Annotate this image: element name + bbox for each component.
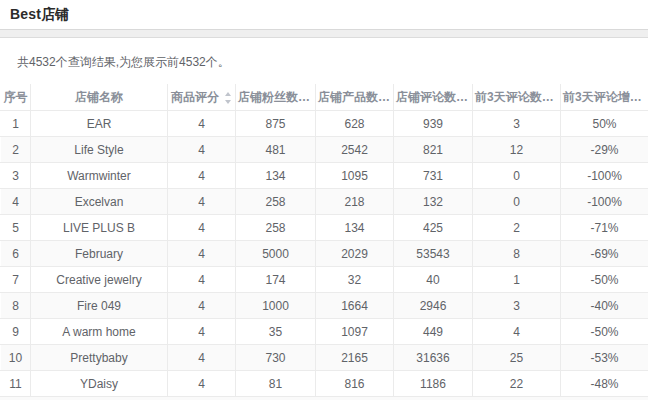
section-divider: [0, 30, 648, 38]
table-row: 8Fire 04941000166429463-40%: [1, 293, 648, 319]
column-label: 前3天评论数量: [475, 90, 554, 104]
cell-product-rating: 4: [168, 111, 236, 137]
cell-index: 7: [1, 267, 31, 293]
cell-shop-products: 134: [316, 215, 394, 241]
cell-shop-reviews: 53543: [394, 241, 473, 267]
cell-shop-reviews: 425: [394, 215, 473, 241]
cell-review-growth-3day: 50%: [561, 111, 648, 137]
table-row: 1EAR4875628939350%: [1, 111, 648, 137]
cell-shop-name: YDaisy: [31, 371, 168, 397]
cell-product-rating: 4: [168, 189, 236, 215]
cell-shop-reviews: 2946: [394, 293, 473, 319]
cell-shop-products: 218: [316, 189, 394, 215]
cell-shop-followers: 875: [236, 111, 316, 137]
table-row: 6February450002029535438-69%: [1, 241, 648, 267]
cell-index: 10: [1, 345, 31, 371]
cell-shop-followers: 174: [236, 267, 316, 293]
results-panel: 共4532个查询结果,为您展示前4532个。 序号店铺名称商品评分店铺粉丝数量店…: [0, 38, 648, 400]
column-label: 前3天评论增幅: [563, 90, 642, 104]
cell-shop-followers: 5000: [236, 241, 316, 267]
page-title: Best店铺: [10, 6, 70, 24]
cell-shop-name: Prettybaby: [31, 345, 168, 371]
cell-shop-followers: 258: [236, 215, 316, 241]
cell-shop-name: LIVE PLUS B: [31, 215, 168, 241]
cell-reviews-3day: 3: [473, 111, 561, 137]
cell-shop-followers: 730: [236, 345, 316, 371]
cell-shop-reviews: 31636: [394, 345, 473, 371]
cell-product-rating: 4: [168, 293, 236, 319]
cell-review-growth-3day: -50%: [561, 319, 648, 345]
table-row: 7Creative jewelry417432401-50%: [1, 267, 648, 293]
cell-reviews-3day: 8: [473, 241, 561, 267]
cell-shop-name: Excelvan: [31, 189, 168, 215]
table-row: 10Prettybaby473021653163625-53%: [1, 345, 648, 371]
cell-index: 3: [1, 163, 31, 189]
cell-shop-name: Life Style: [31, 137, 168, 163]
column-header-reviews-3day[interactable]: 前3天评论数量: [473, 85, 561, 111]
column-header-shop-followers[interactable]: 店铺粉丝数量: [236, 85, 316, 111]
cell-review-growth-3day: -71%: [561, 215, 648, 241]
column-header-review-growth-3day[interactable]: 前3天评论增幅: [561, 85, 648, 111]
cell-reviews-3day: 22: [473, 371, 561, 397]
cell-reviews-3day: 4: [473, 319, 561, 345]
cell-shop-reviews: 821: [394, 137, 473, 163]
page-title-bar: Best店铺: [0, 0, 648, 30]
table-row: 2Life Style4481254282112-29%: [1, 137, 648, 163]
cell-product-rating: 4: [168, 137, 236, 163]
column-header-shop-products[interactable]: 店铺产品数量: [316, 85, 394, 111]
cell-product-rating: 4: [168, 345, 236, 371]
cell-shop-products: 2165: [316, 345, 394, 371]
column-label: 店铺粉丝数量: [238, 90, 310, 104]
cell-shop-products: 32: [316, 267, 394, 293]
column-header-shop-reviews[interactable]: 店铺评论数量: [394, 85, 473, 111]
cell-reviews-3day: 0: [473, 163, 561, 189]
cell-shop-followers: 481: [236, 137, 316, 163]
cell-shop-followers: 134: [236, 163, 316, 189]
cell-shop-products: 2542: [316, 137, 394, 163]
shops-table: 序号店铺名称商品评分店铺粉丝数量店铺产品数量店铺评论数量前3天评论数量前3天评论…: [0, 84, 648, 397]
cell-product-rating: 4: [168, 241, 236, 267]
cell-index: 8: [1, 293, 31, 319]
column-header-index: 序号: [1, 85, 31, 111]
cell-shop-reviews: 1186: [394, 371, 473, 397]
column-label: 商品评分: [171, 90, 219, 104]
cell-shop-name: A warm home: [31, 319, 168, 345]
cell-shop-products: 1095: [316, 163, 394, 189]
cell-reviews-3day: 3: [473, 293, 561, 319]
cell-reviews-3day: 1: [473, 267, 561, 293]
cell-product-rating: 4: [168, 163, 236, 189]
cell-shop-followers: 81: [236, 371, 316, 397]
table-row: 4Excelvan42582181320-100%: [1, 189, 648, 215]
cell-shop-reviews: 449: [394, 319, 473, 345]
cell-shop-followers: 35: [236, 319, 316, 345]
cell-index: 11: [1, 371, 31, 397]
cell-shop-followers: 258: [236, 189, 316, 215]
cell-index: 6: [1, 241, 31, 267]
cell-reviews-3day: 25: [473, 345, 561, 371]
column-label: 序号: [4, 90, 28, 104]
column-header-product-rating[interactable]: 商品评分: [168, 85, 236, 111]
results-summary: 共4532个查询结果,为您展示前4532个。: [0, 38, 648, 84]
cell-shop-products: 1097: [316, 319, 394, 345]
table-body: 1EAR4875628939350%2Life Style44812542821…: [1, 111, 648, 397]
column-label: 店铺名称: [75, 90, 123, 104]
cell-shop-reviews: 132: [394, 189, 473, 215]
cell-reviews-3day: 12: [473, 137, 561, 163]
cell-product-rating: 4: [168, 319, 236, 345]
cell-shop-name: February: [31, 241, 168, 267]
cell-product-rating: 4: [168, 215, 236, 241]
cell-shop-name: Fire 049: [31, 293, 168, 319]
cell-reviews-3day: 0: [473, 189, 561, 215]
cell-index: 9: [1, 319, 31, 345]
table-row: 5LIVE PLUS B42581344252-71%: [1, 215, 648, 241]
cell-review-growth-3day: -53%: [561, 345, 648, 371]
cell-review-growth-3day: -50%: [561, 267, 648, 293]
column-label: 店铺产品数量: [318, 90, 390, 104]
cell-shop-name: Creative jewelry: [31, 267, 168, 293]
cell-shop-products: 1664: [316, 293, 394, 319]
cell-shop-followers: 1000: [236, 293, 316, 319]
cell-index: 1: [1, 111, 31, 137]
cell-index: 4: [1, 189, 31, 215]
cell-shop-name: Warmwinter: [31, 163, 168, 189]
cell-product-rating: 4: [168, 267, 236, 293]
